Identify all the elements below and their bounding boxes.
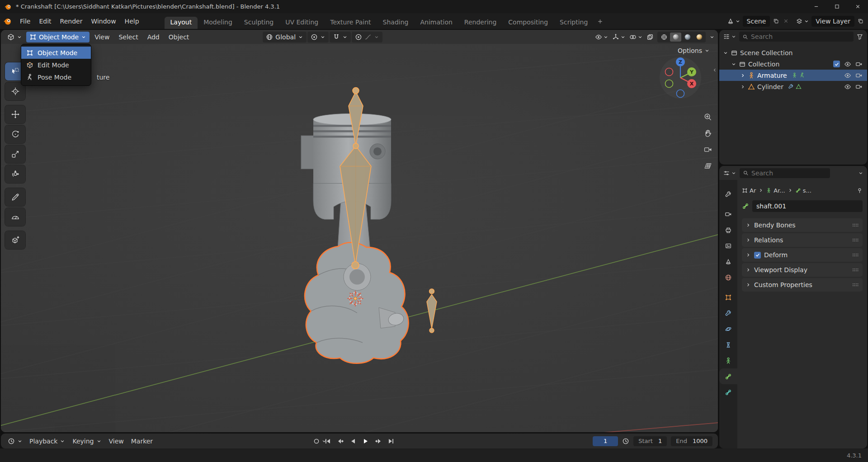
- unlink-scene-button[interactable]: [782, 17, 790, 25]
- workspace-tab-shading[interactable]: Shading: [377, 17, 415, 29]
- outliner-searchbox[interactable]: [739, 32, 854, 42]
- properties-editor-type-button[interactable]: [723, 170, 736, 177]
- clock-icon[interactable]: [622, 438, 629, 445]
- frame-start-field[interactable]: Start 1: [633, 436, 667, 446]
- timeline-menu-marker[interactable]: Marker: [127, 436, 156, 447]
- deform-checkbox[interactable]: [754, 252, 761, 259]
- disclosure-chevron-icon[interactable]: [740, 73, 745, 78]
- pan-hand-icon[interactable]: [703, 129, 712, 138]
- workspace-tab-sculpting[interactable]: Sculpting: [238, 17, 279, 29]
- properties-searchbox[interactable]: [740, 168, 830, 178]
- tab-tool[interactable]: [719, 186, 737, 202]
- blender-menu-button[interactable]: [4, 17, 12, 25]
- chevron-down-icon[interactable]: [858, 170, 863, 176]
- overlays-dropdown[interactable]: [629, 33, 643, 41]
- gizmo-minus-x-axis[interactable]: [665, 68, 673, 76]
- gizmo-minus-y-axis[interactable]: [665, 80, 673, 88]
- gizmos-dropdown[interactable]: [612, 33, 626, 41]
- panel-deform[interactable]: Deform: [742, 248, 863, 262]
- breadcrumb-armature-data[interactable]: Ar...: [766, 187, 785, 194]
- tab-view-layer[interactable]: [719, 238, 737, 254]
- view-layer-browse-button[interactable]: [796, 18, 809, 25]
- scene-browse-button[interactable]: [727, 18, 741, 25]
- camera-visibility-icon[interactable]: [855, 61, 863, 68]
- workspace-tab-scripting[interactable]: Scripting: [554, 17, 594, 29]
- play-reverse-button[interactable]: [347, 436, 359, 447]
- new-view-layer-button[interactable]: [857, 17, 864, 25]
- timeline-editor-type-button[interactable]: [5, 436, 26, 447]
- tab-bone-constraints[interactable]: [719, 384, 737, 400]
- menu-help[interactable]: Help: [121, 16, 143, 27]
- disclosure-chevron-icon[interactable]: [723, 50, 728, 56]
- menu-select[interactable]: Select: [114, 32, 142, 42]
- workspace-tab-animation[interactable]: Animation: [414, 17, 458, 29]
- menu-object[interactable]: Object: [165, 32, 193, 42]
- drag-grip-icon[interactable]: [852, 236, 859, 244]
- eye-icon[interactable]: [844, 61, 851, 68]
- visibility-dropdown[interactable]: [595, 33, 609, 41]
- outliner-row-armature[interactable]: Armature: [719, 70, 867, 81]
- tool-measure[interactable]: [5, 208, 25, 226]
- shading-rendered-button[interactable]: [693, 33, 705, 42]
- shading-material-button[interactable]: [682, 33, 693, 42]
- timeline-menu-keying[interactable]: Keying: [69, 436, 105, 447]
- xray-toggle[interactable]: [646, 33, 654, 41]
- new-scene-button[interactable]: [772, 17, 780, 25]
- camera-view-icon[interactable]: [703, 145, 712, 154]
- drag-grip-icon[interactable]: [852, 266, 859, 273]
- tool-annotate[interactable]: [5, 188, 25, 206]
- outliner-row-cylinder[interactable]: Cylinder: [719, 81, 867, 92]
- menu-file[interactable]: File: [16, 16, 34, 27]
- panel-custom-properties[interactable]: Custom Properties: [742, 278, 863, 292]
- gizmo-minus-z-axis[interactable]: [677, 90, 684, 98]
- mode-menu-item-object-mode[interactable]: Object Mode: [21, 47, 91, 59]
- filter-icon[interactable]: [856, 33, 863, 40]
- tab-physics[interactable]: [719, 321, 737, 337]
- menu-add[interactable]: Add: [143, 32, 164, 42]
- pivot-point-dropdown[interactable]: [307, 32, 329, 42]
- navigation-gizmo[interactable]: Z Y X: [656, 53, 705, 103]
- workspace-tab-layout[interactable]: Layout: [165, 17, 198, 29]
- transform-orientation-dropdown[interactable]: Global: [263, 32, 307, 42]
- tab-output[interactable]: [719, 222, 737, 238]
- menu-view[interactable]: View: [90, 32, 113, 42]
- viewport-canvas[interactable]: ture Options: [1, 44, 718, 432]
- close-button[interactable]: [847, 0, 868, 13]
- drag-grip-icon[interactable]: [852, 251, 859, 259]
- eye-icon[interactable]: [844, 72, 851, 79]
- jump-to-end-button[interactable]: [385, 436, 397, 447]
- next-keyframe-button[interactable]: [373, 436, 384, 447]
- menu-render[interactable]: Render: [56, 16, 87, 27]
- drag-grip-icon[interactable]: [852, 281, 859, 288]
- viewport-scene[interactable]: [1, 44, 718, 432]
- sidebar-toggle-arrow-icon[interactable]: [712, 67, 717, 73]
- outliner-row-scene-collection[interactable]: Scene Collection: [719, 47, 867, 58]
- workspace-tab-texture-paint[interactable]: Texture Paint: [324, 17, 377, 29]
- ortho-grid-icon[interactable]: [703, 161, 712, 170]
- tool-move[interactable]: [5, 105, 25, 123]
- editor-type-button[interactable]: [4, 32, 25, 42]
- zoom-icon[interactable]: [703, 113, 712, 122]
- panel-relations[interactable]: Relations: [742, 233, 863, 247]
- timeline-menu-playback[interactable]: Playback: [26, 436, 69, 447]
- disclosure-chevron-icon[interactable]: [740, 84, 745, 90]
- panel-bendy-bones[interactable]: Bendy Bones: [742, 218, 863, 232]
- shading-options-chevron-icon[interactable]: [709, 34, 715, 40]
- menu-edit[interactable]: Edit: [35, 16, 55, 27]
- eye-icon[interactable]: [844, 83, 851, 90]
- drag-grip-icon[interactable]: [852, 222, 859, 229]
- tab-bone[interactable]: [719, 368, 737, 384]
- view-layer-selector[interactable]: View Layer: [811, 16, 854, 27]
- tab-world[interactable]: [719, 269, 737, 285]
- outliner-search-input[interactable]: [751, 33, 850, 40]
- menu-window[interactable]: Window: [87, 16, 120, 27]
- mode-menu-item-pose-mode[interactable]: Pose Mode: [21, 71, 91, 83]
- breadcrumb-object[interactable]: Ar: [742, 187, 756, 194]
- tab-scene[interactable]: [719, 254, 737, 269]
- timeline-menu-view[interactable]: View: [105, 436, 127, 447]
- frame-end-field[interactable]: End 1000: [671, 436, 712, 446]
- tool-transform[interactable]: [5, 165, 25, 183]
- camera-visibility-icon[interactable]: [855, 72, 863, 79]
- tool-rotate[interactable]: [5, 125, 25, 143]
- outliner-editor-type-button[interactable]: [723, 33, 736, 40]
